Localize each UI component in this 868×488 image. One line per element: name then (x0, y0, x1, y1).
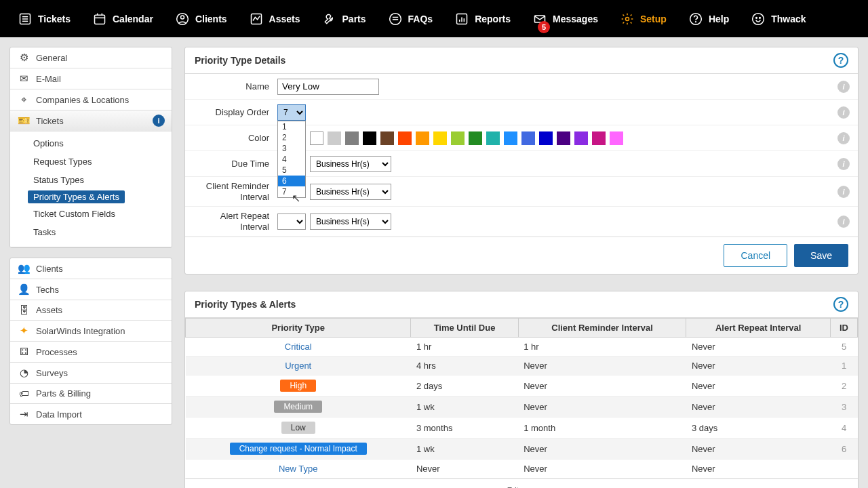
sidebar-item-parts-billing[interactable]: 🏷Parts & Billing (10, 384, 172, 404)
help-icon[interactable]: ? (833, 53, 848, 68)
color-swatch[interactable] (328, 131, 341, 145)
sidebar-item-clients[interactable]: 👥Clients (10, 258, 172, 279)
nav-assets[interactable]: Assets (238, 0, 311, 37)
priority-type-badge[interactable]: Medium (274, 401, 322, 413)
sidebar-item-general[interactable]: ⚙ General (10, 47, 172, 68)
color-swatch[interactable] (504, 131, 517, 145)
priority-type-badge[interactable]: High (280, 380, 316, 392)
panel-title: Priority Type Details (195, 55, 285, 66)
dropdown-option[interactable]: 3 (278, 143, 305, 154)
color-swatch[interactable] (557, 131, 570, 145)
priority-type-link[interactable]: Urgent (285, 361, 311, 371)
priority-type-badge[interactable]: Change request - Normal Impact (230, 443, 367, 455)
sidebar-sub-status-types[interactable]: Status Types (17, 172, 172, 188)
location-icon: ⌖ (17, 94, 31, 106)
info-icon[interactable]: i (837, 216, 850, 228)
name-input[interactable] (277, 79, 379, 95)
sidebar-item-companies[interactable]: ⌖ Companies & Locations (10, 89, 172, 110)
svg-point-11 (389, 13, 401, 24)
client-reminder-unit-select[interactable]: Business Hr(s) (310, 184, 391, 200)
display-order-select[interactable]: 7 (277, 104, 306, 121)
nav-thwack[interactable]: Thwack (740, 0, 816, 37)
sidebar-item-data-import[interactable]: ⇥Data Import (10, 404, 172, 424)
color-swatch[interactable] (345, 131, 359, 145)
cell-due: 1 hr (411, 338, 518, 357)
sidebar-sub-tasks[interactable]: Tasks (17, 224, 172, 240)
color-swatch[interactable] (416, 131, 429, 145)
color-swatch[interactable] (398, 131, 412, 145)
info-icon[interactable]: i (837, 81, 850, 93)
table-row: New TypeNeverNeverNever (186, 460, 858, 479)
pager-last-icon[interactable]: » (566, 485, 572, 488)
nav-parts[interactable]: Parts (311, 0, 377, 37)
sidebar-item-email[interactable]: ✉ E-Mail (10, 68, 172, 89)
info-icon[interactable]: i (837, 158, 850, 170)
col-time-until-due: Time Until Due (411, 319, 518, 338)
info-icon[interactable]: i (837, 106, 850, 119)
color-swatch[interactable] (310, 131, 323, 145)
sidebar-sub-options[interactable]: Options (17, 136, 172, 151)
nav-reports[interactable]: Reports (443, 0, 521, 37)
color-swatch[interactable] (433, 131, 447, 145)
sidebar-item-label: E-Mail (36, 74, 61, 84)
color-swatch[interactable] (469, 131, 482, 145)
dropdown-option[interactable]: 7 (278, 186, 305, 197)
cancel-button[interactable]: Cancel (724, 244, 787, 267)
color-swatch[interactable] (486, 131, 500, 145)
info-icon[interactable]: i (837, 132, 850, 144)
alert-repeat-unit-select[interactable]: Business Hr(s) (310, 214, 391, 230)
color-swatch[interactable] (521, 131, 535, 145)
dropdown-option[interactable]: 1 (278, 121, 305, 132)
alert-repeat-value-select[interactable] (277, 214, 306, 230)
dropdown-option[interactable]: 4 (278, 154, 305, 165)
pager-first-icon[interactable]: « (472, 485, 477, 488)
color-swatch[interactable] (380, 131, 394, 145)
color-swatch[interactable] (592, 131, 606, 145)
table-row: Critical1 hr1 hrNever5 (186, 338, 858, 357)
pager-next-icon[interactable]: › (549, 485, 553, 488)
nav-label: Assets (269, 14, 300, 24)
sidebar-item-tickets[interactable]: 🎫 Tickets i (10, 110, 172, 131)
color-swatch[interactable] (451, 131, 465, 145)
cell-due: 4 hrs (411, 357, 518, 375)
nav-tickets[interactable]: Tickets (7, 0, 81, 37)
svg-point-19 (625, 17, 629, 20)
color-swatch[interactable] (610, 131, 623, 145)
priority-type-badge[interactable]: Low (281, 422, 315, 434)
priority-type-link[interactable]: Critical (285, 342, 312, 352)
sidebar-item-surveys[interactable]: ◔Surveys (10, 363, 172, 384)
color-swatch[interactable] (574, 131, 588, 145)
cell-id: 6 (831, 439, 858, 460)
panel-title: Priority Types & Alerts (195, 299, 296, 310)
color-swatch[interactable] (363, 131, 376, 145)
dropdown-option[interactable]: 2 (278, 132, 305, 143)
save-button[interactable]: Save (794, 244, 848, 267)
label-due-time: Due Time (193, 159, 277, 169)
help-icon[interactable]: ? (833, 297, 848, 312)
cell-ari: Never (686, 338, 831, 357)
dropdown-option[interactable]: 5 (278, 165, 305, 176)
nav-clients[interactable]: Clients (164, 0, 238, 37)
color-swatch[interactable] (539, 131, 553, 145)
priority-type-link[interactable]: New Type (279, 464, 318, 474)
nav-faqs[interactable]: FAQs (377, 0, 444, 37)
user-icon (175, 12, 190, 26)
nav-help[interactable]: Help (677, 0, 740, 37)
sidebar-sub-request-types[interactable]: Request Types (17, 154, 172, 169)
info-icon[interactable]: i (837, 186, 850, 198)
cell-due: 1 wk (411, 396, 518, 418)
sidebar-item-label: General (36, 53, 67, 63)
pager-prev-icon[interactable]: ‹ (490, 485, 494, 488)
sidebar-item-processes[interactable]: ⚃Processes (10, 342, 172, 363)
nav-messages[interactable]: Messages 5 (521, 0, 609, 37)
sidebar-sub-priority-types[interactable]: Priority Types & Alerts (28, 190, 125, 203)
cell-cri: Never (518, 375, 686, 396)
nav-setup[interactable]: Setup (609, 0, 677, 37)
nav-calendar[interactable]: Calendar (81, 0, 164, 37)
sidebar-item-solarwinds[interactable]: ✦SolarWinds Integration (10, 321, 172, 342)
sidebar-item-techs[interactable]: 👤Techs (10, 279, 172, 300)
due-time-unit-select[interactable]: Business Hr(s) (310, 156, 391, 172)
sidebar-sub-custom-fields[interactable]: Ticket Custom Fields (17, 206, 172, 222)
sidebar-item-assets[interactable]: 🗄Assets (10, 300, 172, 321)
dropdown-option[interactable]: 6 (278, 176, 305, 186)
